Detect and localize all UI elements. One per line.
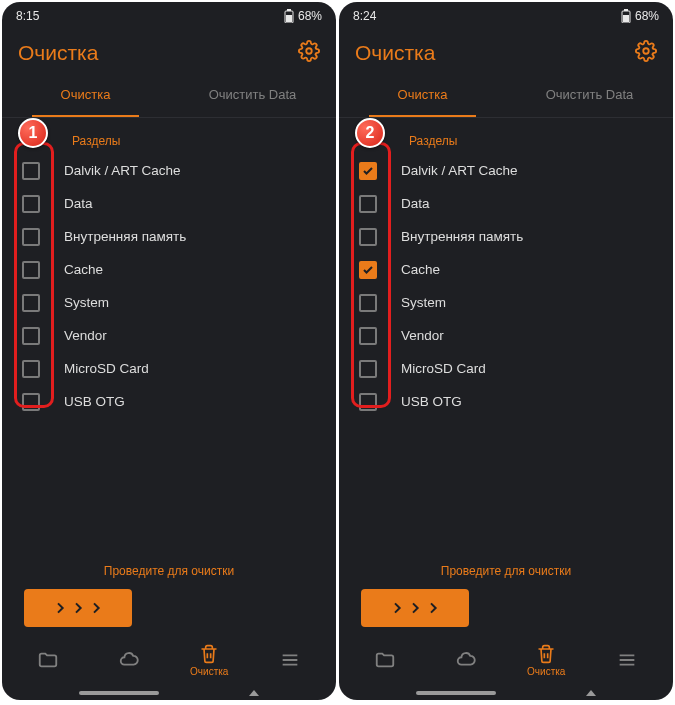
swipe-prompt: Проведите для очистки [2,564,336,578]
nav-files[interactable] [355,649,415,671]
checkbox[interactable] [359,162,377,180]
item-label: MicroSD Card [64,361,149,376]
checkbox[interactable] [359,228,377,246]
list-item[interactable]: Cache [14,253,324,286]
list-item[interactable]: Data [351,187,661,220]
item-label: USB OTG [401,394,462,409]
chevron-right-icon [70,597,86,619]
gear-icon[interactable] [298,40,320,66]
list-item[interactable]: Внутренняя память [14,220,324,253]
list-item[interactable]: MicroSD Card [14,352,324,385]
partition-list: Dalvik / ART Cache Data Внутренняя памят… [351,154,661,418]
trash-icon [536,644,556,664]
list-item[interactable]: System [351,286,661,319]
checkbox[interactable] [22,327,40,345]
menu-icon [279,649,301,671]
item-label: Vendor [401,328,444,343]
list-item[interactable]: System [14,286,324,319]
chevron-right-icon [389,597,405,619]
phone-screen-1: 8:15 68% Очистка Очистка Очистить Data 1… [2,2,336,700]
checkbox[interactable] [22,261,40,279]
svg-rect-9 [623,15,629,22]
checkbox[interactable] [359,327,377,345]
phone-screen-2: 8:24 68% Очистка Очистка Очистить Data 2… [339,2,673,700]
recent-apps-caret-icon[interactable] [249,690,259,696]
svg-point-10 [643,48,649,54]
nav-cloud[interactable] [436,649,496,671]
checkbox[interactable] [359,195,377,213]
swipe-prompt: Проведите для очистки [339,564,673,578]
app-header: Очистка [2,30,336,72]
checkbox[interactable] [22,360,40,378]
tabs: Очистка Очистить Data [2,72,336,118]
item-label: USB OTG [64,394,125,409]
bottom-nav: Очистка [2,634,336,686]
nav-files[interactable] [18,649,78,671]
item-label: Dalvik / ART Cache [401,163,518,178]
item-label: System [64,295,109,310]
checkbox[interactable] [22,195,40,213]
item-label: Cache [401,262,440,277]
checkbox[interactable] [22,162,40,180]
checkbox[interactable] [359,360,377,378]
menu-icon [616,649,638,671]
svg-rect-2 [286,15,292,22]
list-item[interactable]: Vendor [14,319,324,352]
tab-clean[interactable]: Очистка [2,72,169,117]
status-right: 68% [284,9,322,23]
item-label: MicroSD Card [401,361,486,376]
section-label: Разделы [72,134,324,148]
checkbox[interactable] [359,294,377,312]
checkbox[interactable] [359,393,377,411]
checkbox[interactable] [22,393,40,411]
swipe-button[interactable] [361,589,469,627]
item-label: Внутренняя память [401,229,523,244]
tab-clear-data[interactable]: Очистить Data [506,72,673,117]
chevron-right-icon [407,597,423,619]
item-label: Cache [64,262,103,277]
list-item[interactable]: MicroSD Card [351,352,661,385]
cloud-icon [455,649,477,671]
status-right: 68% [621,9,659,23]
recent-apps-caret-icon[interactable] [586,690,596,696]
list-item[interactable]: Внутренняя память [351,220,661,253]
page-title: Очистка [355,41,435,65]
item-label: Внутренняя память [64,229,186,244]
checkbox[interactable] [22,294,40,312]
nav-clean[interactable]: Очистка [179,644,239,677]
page-title: Очистка [18,41,98,65]
checkbox[interactable] [359,261,377,279]
list-item[interactable]: USB OTG [14,385,324,418]
partition-list: Dalvik / ART Cache Data Внутренняя памят… [14,154,324,418]
folder-icon [374,649,396,671]
nav-clean[interactable]: Очистка [516,644,576,677]
home-pill[interactable] [416,691,496,695]
nav-menu[interactable] [597,649,657,671]
list-item[interactable]: Data [14,187,324,220]
nav-cloud[interactable] [99,649,159,671]
battery-icon [621,9,631,23]
screenshot-pair: 8:15 68% Очистка Очистка Очистить Data 1… [0,0,675,702]
checkbox[interactable] [22,228,40,246]
step-badge: 2 [355,118,385,148]
list-item[interactable]: USB OTG [351,385,661,418]
swipe-button[interactable] [24,589,132,627]
battery-percent: 68% [635,9,659,23]
tab-clear-data[interactable]: Очистить Data [169,72,336,117]
section-label: Разделы [409,134,661,148]
home-pill[interactable] [79,691,159,695]
list-item[interactable]: Dalvik / ART Cache [14,154,324,187]
chevron-right-icon [425,597,441,619]
list-item[interactable]: Vendor [351,319,661,352]
gear-icon[interactable] [635,40,657,66]
list-area: 1 Разделы Dalvik / ART Cache Data Внутре… [2,118,336,418]
status-bar: 8:24 68% [339,2,673,30]
battery-percent: 68% [298,9,322,23]
nav-menu[interactable] [260,649,320,671]
list-item[interactable]: Cache [351,253,661,286]
tab-clean[interactable]: Очистка [339,72,506,117]
list-item[interactable]: Dalvik / ART Cache [351,154,661,187]
chevron-right-icon [88,597,104,619]
item-label: Dalvik / ART Cache [64,163,181,178]
status-time: 8:24 [353,9,376,23]
